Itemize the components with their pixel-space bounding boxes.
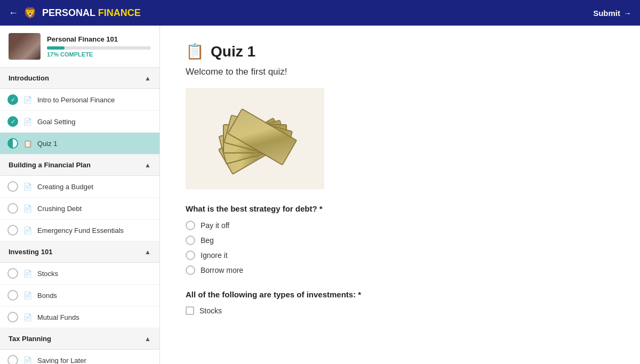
question-2: All of the following are types of invest… — [186, 290, 614, 315]
chevron-up-icon: ▲ — [145, 335, 151, 343]
submit-arrow: → — [623, 9, 631, 18]
nav-logo: 🦁 — [23, 6, 37, 19]
status-empty-icon — [7, 355, 18, 364]
quiz-title: Quiz 1 — [211, 43, 255, 60]
radio-label: Beg — [201, 236, 214, 245]
quiz-header: 📋 Quiz 1 — [186, 43, 614, 60]
section-building-title: Building a Financial Plan — [9, 161, 91, 169]
quiz-doc-icon: 📋 — [23, 140, 32, 148]
radio-label: Ignore it — [201, 251, 228, 260]
main-content: 📋 Quiz 1 Welcome to the first quiz! What… — [160, 26, 640, 364]
radio-option-beg[interactable]: Beg — [186, 236, 614, 245]
status-half-icon — [7, 138, 18, 149]
doc-icon: 📄 — [23, 313, 32, 321]
lesson-label: Bonds — [37, 292, 57, 300]
lesson-label: Emergency Fund Essentials — [37, 227, 124, 234]
section-tax-planning[interactable]: Tax Planning ▲ — [0, 328, 159, 350]
chevron-up-icon: ▲ — [145, 75, 151, 82]
lesson-label: Goal Setting — [37, 118, 76, 126]
doc-icon: 📄 — [23, 205, 32, 213]
progress-bar-fill — [47, 46, 65, 50]
lesson-label: Creating a Budget — [37, 183, 93, 191]
question-1-text: What is the best strategy for debt? * — [186, 204, 614, 213]
radio-option-borrow-more[interactable]: Borrow more — [186, 265, 614, 275]
lesson-intro-to-pf[interactable]: ✓ 📄 Intro to Personal Finance — [0, 89, 159, 111]
section-introduction-title: Introduction — [9, 74, 49, 82]
section-introduction[interactable]: Introduction ▲ — [0, 68, 159, 89]
section-building-financial-plan[interactable]: Building a Financial Plan ▲ — [0, 155, 159, 176]
lesson-mutual-funds[interactable]: 📄 Mutual Funds — [0, 306, 159, 328]
status-empty-icon — [7, 312, 18, 322]
section-tax-title: Tax Planning — [9, 335, 51, 343]
top-nav-left: ← 🦁 PERSONAL FINANCE — [9, 6, 141, 19]
lesson-creating-budget[interactable]: 📄 Creating a Budget — [0, 176, 159, 198]
lesson-label: Quiz 1 — [37, 140, 58, 148]
lesson-saving-for-later[interactable]: 📄 Saving for Later — [0, 350, 159, 364]
chevron-up-icon: ▲ — [145, 161, 151, 169]
radio-option-pay-it-off[interactable]: Pay it off — [186, 221, 614, 230]
top-nav: ← 🦁 PERSONAL FINANCE Submit → — [0, 0, 640, 26]
status-completed-icon: ✓ — [7, 94, 18, 105]
submit-button[interactable]: Submit → — [593, 9, 631, 18]
checkbox-label: Stocks — [199, 306, 222, 315]
radio-option-ignore-it[interactable]: Ignore it — [186, 250, 614, 260]
nav-title-personal: PERSONAL — [42, 7, 95, 18]
status-empty-icon — [7, 225, 18, 236]
money-fan — [186, 88, 324, 189]
radio-circle — [186, 250, 195, 260]
quiz-welcome: Welcome to the first quiz! — [186, 67, 614, 77]
doc-icon: 📄 — [23, 292, 32, 300]
lesson-emergency-fund[interactable]: 📄 Emergency Fund Essentials — [0, 220, 159, 241]
doc-icon: 📄 — [23, 227, 32, 234]
doc-icon: 📄 — [23, 357, 32, 365]
nav-title-finance: FINANCE — [98, 7, 141, 18]
course-thumbnail — [9, 33, 41, 60]
question-2-text: All of the following are types of invest… — [186, 290, 614, 299]
chevron-up-icon: ▲ — [145, 248, 151, 256]
course-info-text: Personal Finance 101 17% COMPLETE — [47, 35, 151, 58]
doc-icon: 📄 — [23, 118, 32, 126]
status-empty-icon — [7, 290, 18, 301]
back-button[interactable]: ← — [9, 7, 18, 19]
lesson-label: Stocks — [37, 270, 58, 278]
lesson-stocks[interactable]: 📄 Stocks — [0, 263, 159, 285]
nav-title: PERSONAL FINANCE — [42, 7, 141, 19]
radio-label: Pay it off — [201, 221, 229, 230]
doc-icon: 📄 — [23, 270, 32, 278]
status-empty-icon — [7, 203, 18, 214]
progress-bar-bg — [47, 46, 151, 50]
doc-icon: 📄 — [23, 96, 32, 104]
radio-circle — [186, 265, 195, 275]
lesson-crushing-debt[interactable]: 📄 Crushing Debt — [0, 198, 159, 220]
section-investing-101[interactable]: Investing 101 ▲ — [0, 241, 159, 263]
quiz-icon: 📋 — [186, 43, 204, 60]
lesson-goal-setting[interactable]: ✓ 📄 Goal Setting — [0, 111, 159, 133]
radio-circle — [186, 221, 195, 230]
radio-label: Borrow more — [201, 266, 243, 274]
section-investing-title: Investing 101 — [9, 248, 52, 256]
progress-text: 17% COMPLETE — [47, 51, 151, 58]
lesson-quiz-1[interactable]: 📋 Quiz 1 — [0, 133, 159, 155]
lesson-label: Intro to Personal Finance — [37, 96, 115, 104]
course-name: Personal Finance 101 — [47, 35, 151, 43]
checkbox-box — [186, 306, 194, 315]
main-layout: Personal Finance 101 17% COMPLETE Introd… — [0, 26, 640, 364]
checkbox-option-stocks[interactable]: Stocks — [186, 306, 614, 315]
lesson-label: Crushing Debt — [37, 205, 82, 213]
quiz-image — [186, 88, 324, 189]
course-thumb-image — [9, 33, 41, 60]
status-empty-icon — [7, 268, 18, 279]
question-1: What is the best strategy for debt? * Pa… — [186, 204, 614, 275]
lesson-label: Mutual Funds — [37, 313, 79, 321]
submit-label: Submit — [593, 9, 620, 18]
status-empty-icon — [7, 181, 18, 192]
sidebar: Personal Finance 101 17% COMPLETE Introd… — [0, 26, 160, 364]
lesson-bonds[interactable]: 📄 Bonds — [0, 285, 159, 306]
radio-circle — [186, 236, 195, 245]
lesson-label: Saving for Later — [37, 357, 86, 365]
doc-icon: 📄 — [23, 183, 32, 191]
status-completed-icon: ✓ — [7, 116, 18, 127]
course-info: Personal Finance 101 17% COMPLETE — [0, 26, 159, 68]
